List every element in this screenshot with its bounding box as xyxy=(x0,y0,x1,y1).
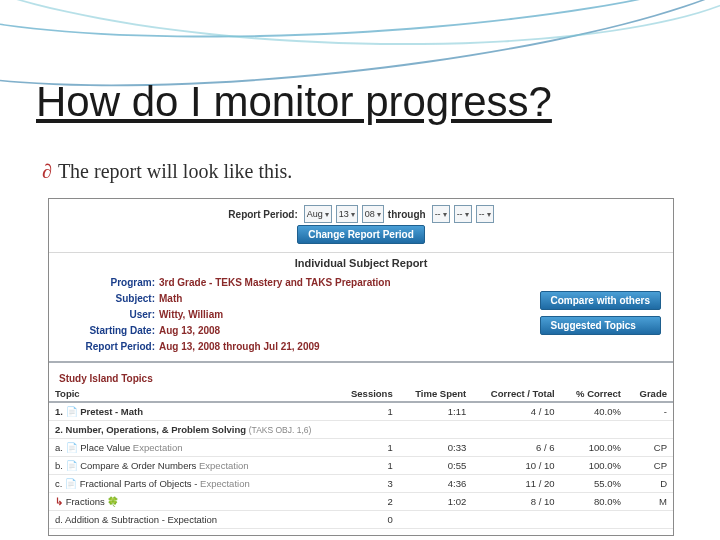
month-select[interactable]: Aug▾ xyxy=(304,205,332,223)
topic-link[interactable]: ↳ Fractions 🍀 xyxy=(49,493,336,511)
chevron-down-icon: ▾ xyxy=(325,210,329,219)
meta-value: Aug 13, 2008 through Jul 21, 2009 xyxy=(159,339,320,355)
col-sessions: Sessions xyxy=(336,386,399,402)
topic-link[interactable]: b. 📄 Compare & Order Numbers Expectation xyxy=(49,457,336,475)
change-report-period-button[interactable]: Change Report Period xyxy=(297,225,425,244)
year-select[interactable]: 08▾ xyxy=(362,205,384,223)
topic-link[interactable]: 1. 📄 Pretest - Math xyxy=(49,402,336,421)
meta-label: Starting Date: xyxy=(59,323,159,339)
meta-value: Aug 13, 2008 xyxy=(159,323,220,339)
col-time: Time Spent xyxy=(399,386,473,402)
col-correct-total: Correct / Total xyxy=(472,386,560,402)
year2-select[interactable]: --▾ xyxy=(476,205,494,223)
table-row: 1. 📄 Pretest - Math 11:114 / 1040.0%- xyxy=(49,402,673,421)
col-grade: Grade xyxy=(627,386,673,402)
table-row: d. Addition & Subtraction - Expectation … xyxy=(49,511,673,529)
meta-label: User: xyxy=(59,307,159,323)
chevron-down-icon: ▾ xyxy=(487,210,491,219)
meta-label: Program: xyxy=(59,275,159,291)
meta-label: Report Period: xyxy=(59,339,159,355)
day-select[interactable]: 13▾ xyxy=(336,205,358,223)
strand-header: 2. Number, Operations, & Problem Solving… xyxy=(49,421,673,439)
chevron-down-icon: ▾ xyxy=(443,210,447,219)
topics-table: Topic Sessions Time Spent Correct / Tota… xyxy=(49,386,673,529)
report-title: Individual Subject Report xyxy=(49,255,673,275)
meta-label: Subject: xyxy=(59,291,159,307)
month2-select[interactable]: --▾ xyxy=(432,205,450,223)
meta-value: Witty, William xyxy=(159,307,223,323)
period-label: Report Period: xyxy=(228,209,297,220)
meta-value: Math xyxy=(159,291,182,307)
col-percent: % Correct xyxy=(561,386,627,402)
chevron-down-icon: ▾ xyxy=(377,210,381,219)
table-row: 2. Number, Operations, & Problem Solving… xyxy=(49,421,673,439)
suggested-topics-button[interactable]: Suggested Topics xyxy=(540,316,661,335)
topics-section-title: Study Island Topics xyxy=(49,369,673,386)
bullet-icon: ∂ xyxy=(42,160,52,182)
slide-title: How do I monitor progress? xyxy=(36,78,552,126)
topic-link[interactable]: a. 📄 Place Value Expectation xyxy=(49,439,336,457)
chevron-down-icon: ▾ xyxy=(351,210,355,219)
table-row: c. 📄 Fractional Parts of Objects - Expec… xyxy=(49,475,673,493)
table-row: ↳ Fractions 🍀 21:028 / 1080.0%M xyxy=(49,493,673,511)
child-arrow-icon: ↳ xyxy=(55,496,63,507)
report-period-filter: Report Period: Aug▾ 13▾ 08▾ through --▾ … xyxy=(49,199,673,225)
day2-select[interactable]: --▾ xyxy=(454,205,472,223)
through-label: through xyxy=(388,209,426,220)
col-topic: Topic xyxy=(49,386,336,402)
topic-link[interactable]: c. 📄 Fractional Parts of Objects - Expec… xyxy=(49,475,336,493)
topic-link[interactable]: d. Addition & Subtraction - Expectation xyxy=(49,511,336,529)
compare-with-others-button[interactable]: Compare with others xyxy=(540,291,661,310)
chevron-down-icon: ▾ xyxy=(465,210,469,219)
table-row: b. 📄 Compare & Order Numbers Expectation… xyxy=(49,457,673,475)
report-screenshot: Report Period: Aug▾ 13▾ 08▾ through --▾ … xyxy=(48,198,674,536)
slide-subtitle: ∂The report will look like this. xyxy=(42,160,292,183)
taks-note: (TAKS OBJ. 1,6) xyxy=(249,425,312,435)
meta-value: 3rd Grade - TEKS Mastery and TAKS Prepar… xyxy=(159,275,391,291)
table-row: a. 📄 Place Value Expectation 10:336 / 61… xyxy=(49,439,673,457)
subtitle-text: The report will look like this. xyxy=(58,160,292,182)
